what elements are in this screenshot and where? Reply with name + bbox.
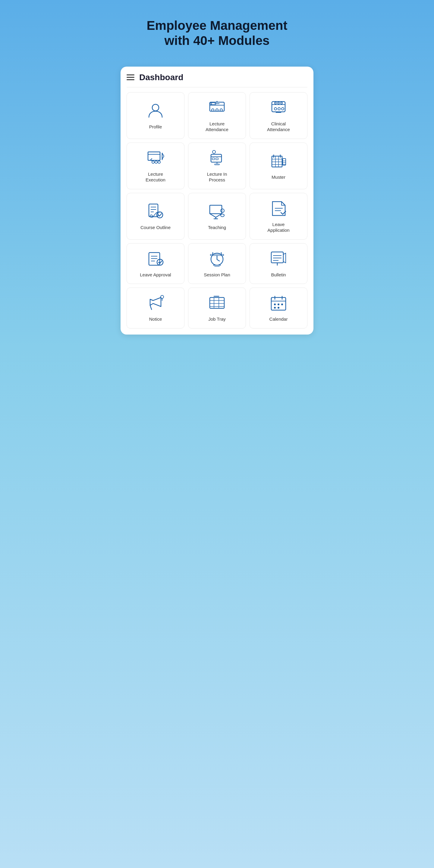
svg-rect-66 <box>271 252 283 263</box>
svg-point-86 <box>274 304 276 305</box>
leave-application-label: LeaveApplication <box>267 221 289 233</box>
muster-label: Muster <box>272 174 285 180</box>
course-outline-label: Course Outline <box>141 224 170 230</box>
svg-point-0 <box>152 104 159 111</box>
clinical-attendance-icon <box>270 98 287 121</box>
dashboard-card: Dashboard Profile LectureAttendance Clin… <box>121 67 313 335</box>
bulletin-icon <box>270 250 287 272</box>
svg-point-13 <box>275 102 276 104</box>
svg-point-51 <box>221 209 224 213</box>
lecture-attendance-label: LectureAttendance <box>206 121 228 133</box>
lecture-execution-label: LectureExecution <box>146 171 165 183</box>
module-course-outline[interactable]: Course Outline <box>127 193 184 240</box>
svg-point-14 <box>278 102 279 104</box>
leave-approval-label: Leave Approval <box>140 272 171 278</box>
module-notice[interactable]: Notice <box>127 287 184 329</box>
svg-point-19 <box>152 161 154 163</box>
module-leave-approval[interactable]: Leave Approval <box>127 243 184 284</box>
svg-point-73 <box>161 296 164 299</box>
dashboard-header: Dashboard <box>127 73 307 87</box>
calendar-icon <box>270 294 287 316</box>
svg-point-90 <box>278 307 279 309</box>
job-tray-label: Job Tray <box>208 316 226 322</box>
module-grid: Profile LectureAttendance ClinicalAttend… <box>127 92 307 329</box>
page-header: Employee Management with 40+ Modules <box>127 12 307 55</box>
svg-point-88 <box>281 304 283 305</box>
module-leave-application[interactable]: LeaveApplication <box>250 193 307 240</box>
svg-rect-29 <box>215 164 219 165</box>
svg-line-72 <box>150 305 152 310</box>
module-lecture-execution[interactable]: LectureExecution <box>127 143 184 189</box>
svg-rect-30 <box>272 156 282 167</box>
lecture-attendance-icon <box>208 98 226 121</box>
course-outline-icon <box>147 202 164 224</box>
dashboard-title: Dashboard <box>139 73 183 82</box>
job-tray-icon <box>208 294 226 316</box>
module-teaching[interactable]: Teaching <box>188 193 246 240</box>
lecture-in-process-icon <box>208 149 226 171</box>
svg-rect-36 <box>283 158 286 165</box>
module-lecture-in-process[interactable]: Lecture InProcess <box>188 143 246 189</box>
svg-rect-27 <box>216 158 218 160</box>
session-plan-icon <box>208 250 226 272</box>
teaching-label: Teaching <box>208 224 226 230</box>
profile-icon <box>147 101 164 124</box>
muster-icon <box>270 152 287 174</box>
bulletin-label: Bulletin <box>271 272 286 278</box>
svg-rect-48 <box>210 205 222 214</box>
module-job-tray[interactable]: Job Tray <box>188 287 246 329</box>
module-muster[interactable]: Muster <box>250 143 307 189</box>
lecture-execution-icon <box>147 149 164 171</box>
lecture-in-process-label: Lecture InProcess <box>207 171 227 183</box>
teaching-icon <box>208 202 226 224</box>
module-session-plan[interactable]: Session Plan <box>188 243 246 284</box>
profile-label: Profile <box>149 124 162 130</box>
svg-point-24 <box>213 150 216 153</box>
calendar-label: Calendar <box>270 316 288 322</box>
svg-line-50 <box>210 214 216 217</box>
svg-rect-26 <box>212 158 215 160</box>
svg-point-10 <box>274 107 277 110</box>
clinical-attendance-label: ClinicalAttendance <box>267 121 290 133</box>
svg-point-89 <box>274 307 276 309</box>
module-profile[interactable]: Profile <box>127 92 184 139</box>
page-title: Employee Management with 40+ Modules <box>133 18 301 49</box>
svg-point-20 <box>155 161 157 163</box>
svg-rect-17 <box>148 152 160 160</box>
notice-label: Notice <box>149 316 162 322</box>
svg-point-12 <box>281 107 284 110</box>
svg-point-21 <box>158 161 160 163</box>
menu-icon[interactable] <box>127 74 134 80</box>
session-plan-label: Session Plan <box>204 272 230 278</box>
module-calendar[interactable]: Calendar <box>250 287 307 329</box>
module-clinical-attendance[interactable]: ClinicalAttendance <box>250 92 307 139</box>
module-lecture-attendance[interactable]: LectureAttendance <box>188 92 246 139</box>
svg-rect-8 <box>272 101 285 112</box>
leave-application-icon <box>270 199 287 221</box>
svg-point-15 <box>281 102 282 104</box>
module-bulletin[interactable]: Bulletin <box>250 243 307 284</box>
svg-point-87 <box>278 304 279 305</box>
notice-icon <box>147 294 164 316</box>
svg-rect-22 <box>211 154 221 162</box>
svg-point-11 <box>278 107 280 110</box>
leave-approval-icon <box>147 250 164 272</box>
